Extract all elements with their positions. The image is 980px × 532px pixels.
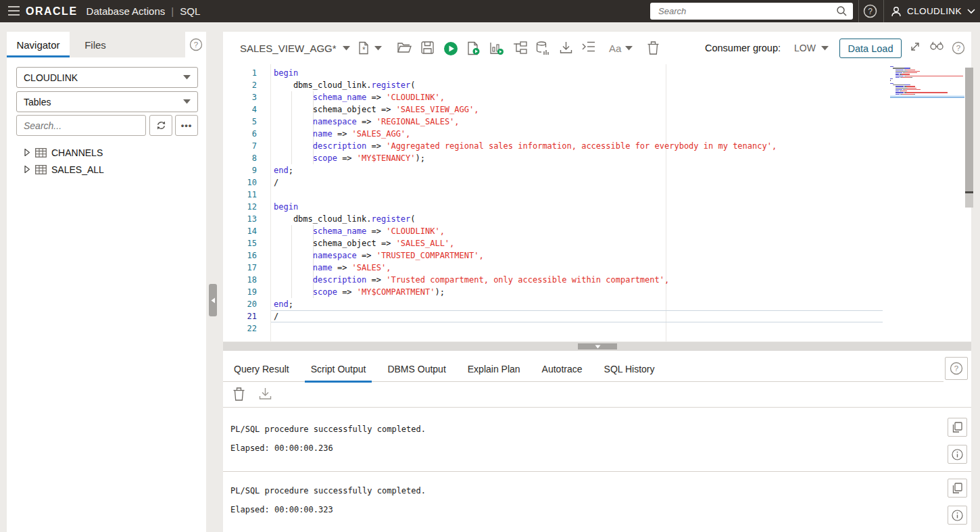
topbar-divider xyxy=(858,0,859,22)
run-statement-button[interactable] xyxy=(443,41,457,55)
table-icon xyxy=(35,148,47,158)
line-number: 17 xyxy=(223,262,270,274)
output-toolbar xyxy=(223,382,971,408)
line-number: 7 xyxy=(223,140,270,152)
open-file-button[interactable] xyxy=(397,41,411,55)
run-script-button[interactable] xyxy=(466,41,480,55)
info-output-button[interactable] xyxy=(948,445,967,464)
oracle-logo: ORACLE xyxy=(26,5,78,18)
line-number: 15 xyxy=(223,237,270,249)
schema-select[interactable]: CLOUDLINK xyxy=(16,67,198,88)
clear-output-button[interactable] xyxy=(233,387,247,401)
output-panel: Query Result Script Output DBMS Output E… xyxy=(223,351,971,532)
help-icon[interactable]: ? xyxy=(863,4,877,18)
line-number: 13 xyxy=(223,213,270,225)
chevron-down-icon xyxy=(625,46,633,51)
find-icon[interactable] xyxy=(930,41,944,55)
tab-navigator[interactable]: Navigator xyxy=(7,32,70,57)
chevron-down-icon xyxy=(821,46,829,51)
consumer-group-select[interactable]: LOW xyxy=(794,32,829,64)
code-content[interactable]: begin dbms_cloud_link.register( schema_n… xyxy=(274,67,777,335)
svg-text:?: ? xyxy=(193,41,197,49)
line-number: 5 xyxy=(223,116,270,128)
line-number: 9 xyxy=(223,164,270,176)
database-objects-button[interactable] xyxy=(536,41,549,55)
svg-text:?: ? xyxy=(954,364,958,372)
copy-output-button[interactable] xyxy=(948,418,967,437)
navigator-panel: CLOUDLINK Tables ••• CHANNELS SALES_ALL xyxy=(7,57,206,532)
worksheet-panel: SALES_VIEW_AGG* * xyxy=(223,32,971,341)
line-number: 18 xyxy=(223,274,270,286)
line-number: 19 xyxy=(223,286,270,298)
worksheet-help-icon[interactable]: ? xyxy=(952,41,965,55)
font-size-button[interactable]: Aa xyxy=(609,41,636,55)
tab-explain-plan[interactable]: Explain Plan xyxy=(462,357,526,382)
hamburger-menu-icon[interactable] xyxy=(8,6,20,16)
svg-text:?: ? xyxy=(868,7,873,16)
expand-caret-icon[interactable] xyxy=(24,166,30,173)
chevron-down-icon xyxy=(343,46,350,51)
global-search-input[interactable] xyxy=(650,3,853,20)
tree-item-sales-all[interactable]: SALES_ALL xyxy=(7,161,206,178)
tab-sql-history[interactable]: SQL History xyxy=(598,357,661,382)
output-divider xyxy=(223,471,971,472)
top-bar: ORACLE Database Actions | SQL ? CLOUDLIN… xyxy=(0,0,980,22)
user-menu[interactable]: CLOUDLINK xyxy=(890,0,976,22)
output-message: PL/SQL procedure successfully completed. xyxy=(230,486,426,495)
tree-item-channels[interactable]: CHANNELS xyxy=(7,144,206,161)
svg-text:*: * xyxy=(362,45,366,55)
title-separator: | xyxy=(171,5,174,17)
clear-worksheet-button[interactable] xyxy=(647,41,661,55)
module-title: SQL xyxy=(180,5,200,17)
consumer-group-label: Consumer group: xyxy=(705,32,781,64)
horizontal-splitter[interactable] xyxy=(223,342,971,351)
chevron-down-icon xyxy=(183,99,191,104)
format-button[interactable] xyxy=(582,41,595,55)
sidebar-help-icon[interactable]: ? xyxy=(185,32,206,57)
object-search-input[interactable] xyxy=(17,116,145,135)
new-worksheet-dropdown[interactable] xyxy=(374,41,384,55)
output-help-icon[interactable]: ? xyxy=(945,357,968,380)
tab-files[interactable]: Files xyxy=(70,32,121,57)
vertical-splitter-handle[interactable] xyxy=(209,284,217,316)
app-title: Database Actions xyxy=(87,5,166,17)
more-options-button[interactable]: ••• xyxy=(175,115,198,136)
line-number: 10 xyxy=(223,176,270,189)
object-type-select[interactable]: Tables xyxy=(16,91,198,112)
worksheet-toolbar: SALES_VIEW_AGG* * xyxy=(223,32,971,64)
editor-scrollbar[interactable] xyxy=(965,64,973,341)
user-name: CLOUDLINK xyxy=(907,6,962,16)
download-button[interactable] xyxy=(560,41,573,55)
svg-text:?: ? xyxy=(956,44,960,52)
line-number: 12 xyxy=(223,201,270,213)
line-number-gutter: 12345678910111213141516171819202122 xyxy=(223,67,270,335)
tab-script-output[interactable]: Script Output xyxy=(305,357,372,382)
maximize-icon[interactable] xyxy=(910,41,923,55)
chevron-down-icon xyxy=(966,8,976,14)
line-number: 1 xyxy=(223,67,270,79)
code-editor[interactable]: 12345678910111213141516171819202122 begi… xyxy=(223,64,971,341)
minimap-highlight xyxy=(890,95,964,98)
tab-query-result[interactable]: Query Result xyxy=(228,357,295,382)
download-output-button[interactable] xyxy=(259,387,272,401)
line-number: 11 xyxy=(223,189,270,201)
topbar-divider xyxy=(883,0,884,22)
data-load-button[interactable]: Data Load xyxy=(839,39,902,58)
copy-output-button[interactable] xyxy=(948,479,967,498)
output-tabs: Query Result Script Output DBMS Output E… xyxy=(223,357,944,382)
line-number: 4 xyxy=(223,103,270,116)
tab-dbms-output[interactable]: DBMS Output xyxy=(381,357,451,382)
worksheet-name-select[interactable]: SALES_VIEW_AGG* xyxy=(240,32,350,64)
save-button[interactable] xyxy=(421,41,435,55)
line-number: 2 xyxy=(223,79,270,91)
horizontal-splitter-handle[interactable] xyxy=(578,343,617,349)
refresh-button[interactable] xyxy=(149,115,172,136)
explain-plan-button[interactable] xyxy=(489,41,503,55)
info-output-button[interactable] xyxy=(948,506,967,525)
user-icon xyxy=(890,5,902,18)
new-worksheet-button[interactable]: * xyxy=(357,41,370,55)
expand-caret-icon[interactable] xyxy=(24,149,30,156)
autotrace-button[interactable] xyxy=(513,41,526,55)
tab-autotrace[interactable]: Autotrace xyxy=(536,357,589,382)
search-icon[interactable] xyxy=(836,5,848,17)
